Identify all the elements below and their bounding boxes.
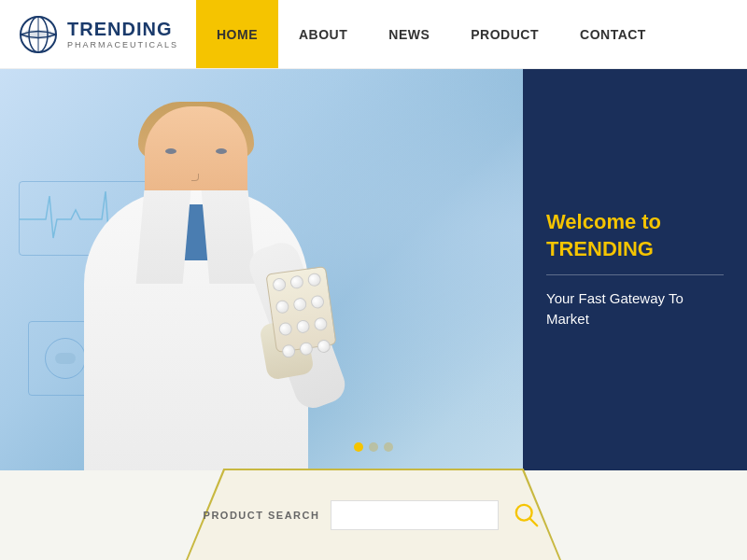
carousel-dot-1[interactable] [354,442,363,452]
hero-subtitle: Your Fast Gateway To Market [546,288,724,330]
nav-news[interactable]: NEWS [368,0,450,68]
nav-about[interactable]: ABOUT [278,0,368,68]
carousel-dots [354,442,393,452]
search-label: PRODUCT SEARCH [204,510,320,521]
brand-name: TRENDING [67,19,178,40]
brand-sub: PHARMACEUTICALS [67,40,178,49]
hero-panel: Welcome to TRENDING Your Fast Gateway To… [523,69,747,470]
nav-contact[interactable]: CONTACT [559,0,667,68]
nav-home[interactable]: HOME [196,0,278,68]
search-section: PRODUCT SEARCH [0,470,747,560]
main-nav: HOME ABOUT NEWS PRODUCT CONTACT [196,0,747,68]
search-icon [514,502,540,528]
logo-text: TRENDING PHARMACEUTICALS [67,19,178,49]
header: TRENDING PHARMACEUTICALS HOME ABOUT NEWS… [0,0,747,69]
nav-product[interactable]: PRODUCT [450,0,559,68]
scientist-illustration [56,97,448,470]
search-content: PRODUCT SEARCH [204,498,544,532]
carousel-dot-2[interactable] [369,442,378,452]
svg-rect-2 [24,30,52,39]
logo-area: TRENDING PHARMACEUTICALS [0,15,196,54]
hero-welcome-text: Welcome to TRENDING [546,209,724,262]
carousel-dot-3[interactable] [384,442,393,452]
search-input[interactable] [331,500,499,530]
hero-section: + [0,69,747,470]
search-button[interactable] [510,498,543,532]
hero-divider [546,274,724,275]
svg-line-4 [530,519,537,525]
logo-icon [19,15,58,54]
